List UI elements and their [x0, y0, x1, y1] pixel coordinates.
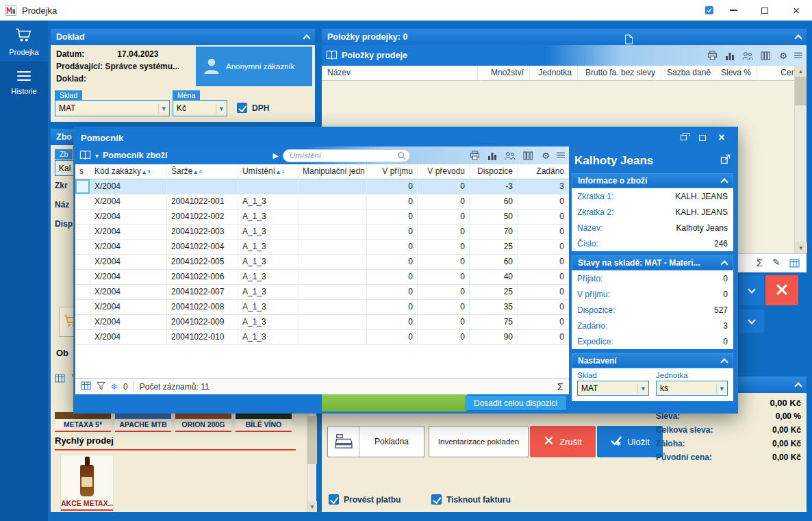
cell[interactable]: 0	[367, 270, 418, 285]
dropdown-icon[interactable]: ▾	[716, 384, 724, 393]
columns-grid-icon[interactable]	[81, 381, 91, 392]
table-row[interactable]: X/200420041022-003A_1_300700	[75, 225, 569, 240]
column-header-0[interactable]: Název	[322, 66, 478, 80]
table-row[interactable]: X/200420041022-001A_1_300600	[75, 194, 569, 209]
cell[interactable]	[299, 225, 367, 240]
printer-icon[interactable]	[468, 149, 481, 162]
cell[interactable]: 20041022-001	[167, 194, 238, 209]
group-icon[interactable]	[741, 49, 754, 62]
cell[interactable]: X/2004	[90, 225, 167, 240]
column-header-1[interactable]: Kód zakázky▴3	[90, 164, 167, 179]
cell[interactable]: 0	[367, 330, 418, 345]
chevron-down-icon[interactable]: ▾	[95, 152, 99, 160]
polozky-scrollbar[interactable]: ▲ ▼	[794, 66, 807, 253]
cell[interactable]: 0	[518, 255, 569, 270]
product-button[interactable]: ORION 200G	[175, 412, 231, 432]
dph-checkbox[interactable]	[237, 103, 247, 113]
settings-icon[interactable]: ⚙	[539, 149, 553, 162]
info-section-header[interactable]: Informace o zboží	[572, 173, 733, 188]
collapse-icon[interactable]	[720, 260, 728, 268]
column-header-3[interactable]: Brutto fa. bez slevy	[578, 66, 661, 80]
column-header-7[interactable]: Dispozice	[470, 164, 518, 179]
cell[interactable]: 0	[367, 315, 418, 330]
scroll-down-button[interactable]: ▼	[795, 242, 807, 253]
cell[interactable]: 20041022-009	[167, 315, 238, 330]
cell[interactable]: 0	[418, 270, 470, 285]
column-header-0[interactable]: s	[75, 164, 90, 179]
collapse-icon[interactable]	[794, 382, 802, 390]
cell[interactable]	[238, 179, 299, 194]
close-button[interactable]: ×	[781, 0, 812, 21]
jednotka-combo[interactable]: ks ▾	[656, 381, 728, 396]
collapse-icon[interactable]	[720, 358, 728, 366]
row-selector-cell[interactable]	[75, 300, 90, 315]
table-row[interactable]: X/200420041022-009A_1_300750	[75, 315, 569, 330]
filter-icon[interactable]	[97, 381, 105, 392]
cell[interactable]: 60	[470, 255, 518, 270]
chart-icon[interactable]	[723, 49, 737, 62]
sidebar-item-historie[interactable]: Historie	[0, 62, 48, 101]
row-selector-cell[interactable]	[75, 209, 90, 225]
collapse-icon[interactable]	[794, 34, 802, 42]
cell[interactable]: 0	[367, 285, 418, 300]
sklad-combo[interactable]: MAT ▾	[55, 100, 170, 116]
inventarizace-button[interactable]: Inventarizace pokladen	[429, 426, 529, 457]
cell[interactable]: 20041022-010	[167, 330, 238, 345]
table-row[interactable]: X/200420041022-006A_1_300400	[75, 270, 569, 285]
scroll-up-button[interactable]: ▲	[795, 66, 807, 77]
cell[interactable]: 20041022-003	[167, 225, 238, 240]
cell[interactable]: 0	[518, 209, 569, 225]
cell[interactable]: 0	[367, 209, 418, 225]
cell[interactable]: 20041022-004	[167, 240, 238, 255]
dialog-titlebar[interactable]: Pomocník ×	[75, 129, 736, 147]
row-selector-cell[interactable]	[75, 315, 90, 330]
delete-button[interactable]	[765, 275, 798, 305]
cell[interactable]: A_1_3	[238, 194, 299, 209]
cell[interactable]: 20041022-005	[167, 255, 238, 270]
columns-icon[interactable]	[759, 49, 772, 62]
book-icon[interactable]	[326, 50, 338, 62]
maximize-button[interactable]	[749, 0, 781, 21]
anonymous-customer-button[interactable]: Anonymní zákazník	[196, 47, 312, 86]
product-button[interactable]: BÍLÉ VÍNO	[236, 412, 292, 432]
settings-icon[interactable]: ⚙	[776, 49, 790, 62]
cell[interactable]	[299, 179, 367, 194]
scrollbar-thumb[interactable]	[795, 77, 807, 105]
table-row[interactable]: X/200420041022-005A_1_300600	[75, 255, 569, 270]
row-selector-cell[interactable]	[75, 255, 90, 270]
cell[interactable]: 0	[367, 255, 418, 270]
mena-combo[interactable]: Kč ▾	[173, 100, 227, 116]
apply-dispozice-button[interactable]: Dosadit celou dispozici	[465, 396, 566, 410]
column-header-5[interactable]: Sleva %	[713, 66, 757, 80]
cell[interactable]: 0	[518, 300, 569, 315]
cell[interactable]: 0	[367, 240, 418, 255]
cell[interactable]: 20041022-002	[167, 209, 238, 225]
cell[interactable]: 20041022-007	[167, 285, 238, 300]
cell[interactable]: X/2004	[90, 285, 167, 300]
cell[interactable]: 0	[518, 240, 569, 255]
cell[interactable]: 25	[470, 285, 518, 300]
cell[interactable]: 0	[518, 194, 569, 209]
cell[interactable]: 0	[518, 285, 569, 300]
book-icon[interactable]	[79, 150, 91, 162]
cell[interactable]	[299, 270, 367, 285]
cell[interactable]: 0	[418, 255, 470, 270]
row-selector-cell[interactable]	[75, 225, 90, 240]
cell[interactable]: 50	[470, 209, 518, 225]
cell[interactable]: 0	[518, 315, 569, 330]
row-selector-cell[interactable]	[75, 330, 90, 345]
cell[interactable]: A_1_3	[238, 209, 299, 225]
tisknout-fakturu-checkbox[interactable]	[431, 494, 442, 505]
sklad-combo[interactable]: MAT ▾	[577, 381, 649, 396]
cell[interactable]: A_1_3	[238, 285, 299, 300]
menu-icon[interactable]	[794, 51, 802, 60]
cell[interactable]: A_1_3	[238, 315, 299, 330]
table-row[interactable]: X/200420041022-007A_1_300250	[75, 285, 569, 300]
cell[interactable]	[299, 285, 367, 300]
restore-button[interactable]	[674, 131, 692, 144]
table-row[interactable]: X/200420041022-008A_1_300350	[75, 300, 569, 315]
search-input[interactable]	[283, 149, 410, 162]
titlebar-badge-icon[interactable]	[705, 6, 713, 14]
document-icon[interactable]	[624, 34, 633, 47]
cell[interactable]: 0	[418, 209, 470, 225]
